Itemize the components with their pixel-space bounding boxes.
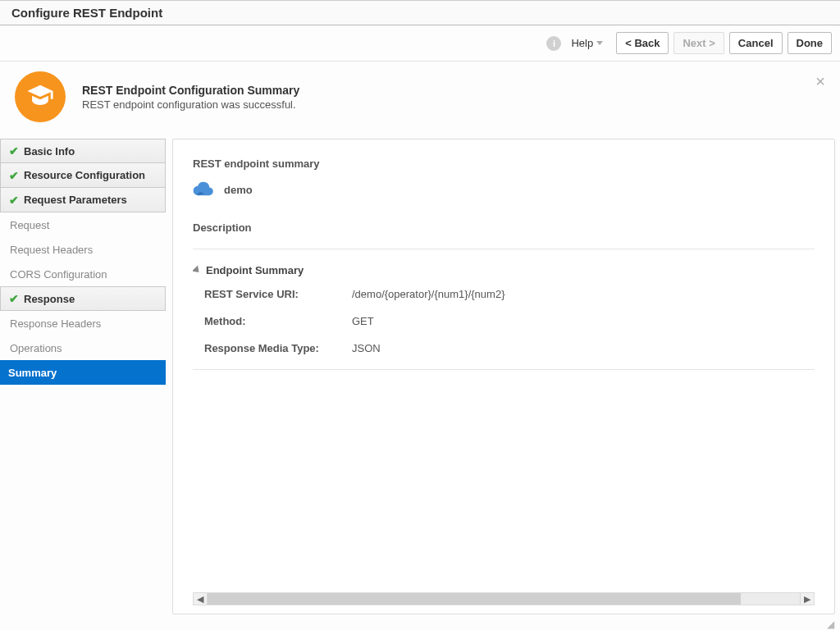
sidebar-item-label: CORS Configuration <box>10 268 107 281</box>
method-value: GET <box>352 315 374 327</box>
cloud-rest-icon <box>193 180 214 200</box>
check-icon: ✔ <box>9 194 19 207</box>
divider <box>193 249 815 249</box>
scroll-track[interactable] <box>207 593 801 605</box>
sidebar-item-request-parameters[interactable]: ✔ Request Parameters <box>0 188 166 212</box>
collapse-triangle-icon <box>193 265 202 275</box>
window-title-text: Configure REST Endpoint <box>11 6 162 20</box>
scroll-thumb[interactable] <box>208 593 741 605</box>
sidebar-item-request-headers[interactable]: Request Headers <box>0 237 166 262</box>
section-heading: Endpoint Summary <box>206 264 304 276</box>
row-rest-service-uri: REST Service URI: /demo/{operator}/{num1… <box>204 288 815 300</box>
close-icon[interactable]: × <box>815 73 825 89</box>
cancel-button[interactable]: Cancel <box>729 32 783 54</box>
resize-grip-icon[interactable]: ◢ <box>827 622 835 627</box>
back-button[interactable]: < Back <box>616 32 669 54</box>
description-label: Description <box>193 221 815 234</box>
uri-label: REST Service URI: <box>204 288 352 300</box>
sidebar-item-label: Request <box>10 219 49 231</box>
response-type-value: JSON <box>352 342 381 354</box>
row-method: Method: GET <box>204 315 815 327</box>
toolbar: i Help < Back Next > Cancel Done <box>0 25 840 62</box>
sidebar-item-summary[interactable]: Summary <box>0 360 166 385</box>
banner-subtitle: REST endpoint configuration was successf… <box>82 98 299 111</box>
sidebar-item-operations[interactable]: Operations <box>0 336 166 360</box>
sidebar-item-label: Request Parameters <box>24 194 127 206</box>
wizard-window: Configure REST Endpoint i Help < Back Ne… <box>0 0 840 630</box>
check-icon: ✔ <box>9 292 19 305</box>
help-menu[interactable]: Help <box>571 37 603 49</box>
next-button: Next > <box>673 32 724 54</box>
method-label: Method: <box>204 315 352 327</box>
endpoint-summary-section[interactable]: Endpoint Summary <box>193 264 815 276</box>
wizard-steps-sidebar: ✔ Basic Info ✔ Resource Configuration ✔ … <box>0 139 166 614</box>
window-title: Configure REST Endpoint <box>0 1 840 25</box>
sidebar-item-label: Summary <box>8 367 57 379</box>
sidebar-item-label: Resource Configuration <box>24 169 145 181</box>
done-button[interactable]: Done <box>788 32 833 54</box>
divider <box>193 369 815 370</box>
uri-value: /demo/{operator}/{num1}/{num2} <box>352 288 504 300</box>
sidebar-item-basic-info[interactable]: ✔ Basic Info <box>0 139 166 163</box>
sidebar-item-response-headers[interactable]: Response Headers <box>0 311 166 336</box>
sidebar-item-request[interactable]: Request <box>0 212 166 237</box>
check-icon: ✔ <box>9 144 19 158</box>
sidebar-item-response[interactable]: ✔ Response <box>0 286 166 311</box>
summary-heading: REST endpoint summary <box>193 158 815 170</box>
main-panel: REST endpoint summary demo Description E… <box>172 139 835 614</box>
scroll-right-icon[interactable]: ▶ <box>801 594 814 605</box>
sidebar-item-label: Response Headers <box>10 317 101 330</box>
sidebar-item-resource-configuration[interactable]: ✔ Resource Configuration <box>0 163 166 188</box>
sidebar-item-label: Operations <box>10 342 62 354</box>
row-response-media-type: Response Media Type: JSON <box>204 342 815 354</box>
sidebar-item-label: Request Headers <box>10 244 93 256</box>
sidebar-item-label: Response <box>24 293 75 305</box>
help-label: Help <box>571 37 593 49</box>
graduation-cap-icon <box>15 71 66 122</box>
chevron-down-icon <box>596 41 603 45</box>
summary-banner: REST Endpoint Configuration Summary REST… <box>0 62 840 139</box>
endpoint-name: demo <box>224 184 253 196</box>
check-icon: ✔ <box>9 169 19 182</box>
banner-title: REST Endpoint Configuration Summary <box>82 84 299 97</box>
endpoint-header: demo <box>193 180 815 200</box>
horizontal-scrollbar[interactable]: ◀ ▶ <box>193 592 815 605</box>
scroll-left-icon[interactable]: ◀ <box>194 594 207 605</box>
response-type-label: Response Media Type: <box>204 342 352 354</box>
info-icon: i <box>546 36 561 51</box>
sidebar-item-label: Basic Info <box>24 145 75 158</box>
sidebar-item-cors[interactable]: CORS Configuration <box>0 262 166 286</box>
